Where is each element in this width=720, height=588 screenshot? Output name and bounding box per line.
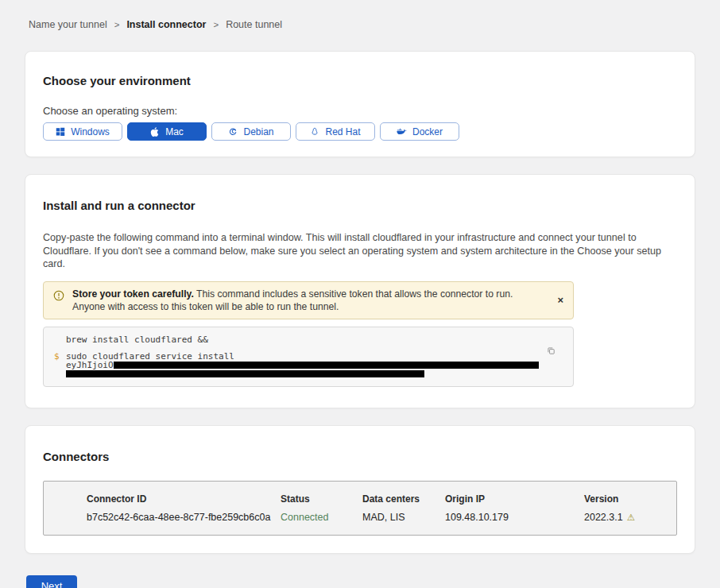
breadcrumb-separator: >: [213, 20, 219, 29]
connectors-table: Connector ID Status Data centers Origin …: [43, 481, 677, 536]
os-button-label: Mac: [165, 126, 184, 137]
close-icon[interactable]: ×: [557, 295, 563, 305]
connectors-table-grid: Connector ID Status Data centers Origin …: [87, 493, 660, 523]
breadcrumb-install-connector[interactable]: Install connector: [126, 19, 206, 30]
install-card-title: Install and run a connector: [43, 199, 677, 212]
cell-version: 2022.3.1⚠: [584, 512, 660, 523]
environment-card-title: Choose your environment: [43, 74, 677, 87]
command-line-2: $ sudo cloudflared service install: [54, 352, 541, 361]
cell-data-centers: MAD, LIS: [362, 512, 445, 523]
os-button-label: Docker: [412, 126, 443, 137]
version-value: 2022.3.1: [584, 512, 623, 523]
column-header-data-centers: Data centers: [362, 493, 445, 505]
os-button-redhat[interactable]: Red Hat: [296, 122, 375, 141]
connectors-card-title: Connectors: [43, 450, 677, 463]
cell-connector-id: b7c52c42-6caa-48ee-8c77-fbe259cb6c0a: [87, 512, 281, 523]
warning-message: Store your token carefully. This command…: [72, 288, 546, 313]
page-content: Choose your environment Choose an operat…: [0, 51, 720, 588]
warning-triangle-icon: ⚠: [627, 513, 635, 522]
windows-icon: [56, 127, 65, 137]
os-button-label: Red Hat: [325, 126, 360, 137]
command-text: brew install cloudflared &&: [66, 335, 208, 344]
os-select-label: Choose an operating system:: [43, 105, 677, 117]
warning-title: Store your token carefully.: [72, 288, 194, 300]
command-token-line: eyJhIjoiO: [54, 361, 541, 369]
install-connector-card: Install and run a connector Copy-paste t…: [25, 174, 695, 408]
shell-prompt: $: [54, 352, 66, 361]
column-header-origin-ip: Origin IP: [445, 493, 584, 505]
column-header-version: Version: [584, 493, 660, 505]
breadcrumb: Name your tunnel > Install connector > R…: [0, 0, 720, 30]
column-header-connector-id: Connector ID: [87, 493, 281, 505]
command-line-1: brew install cloudflared &&: [54, 335, 541, 344]
os-button-group: Windows Mac Debian: [43, 122, 677, 141]
connectors-card: Connectors Connector ID Status Data cent…: [25, 425, 695, 554]
command-token-line-2: [54, 369, 541, 378]
environment-card: Choose your environment Choose an operat…: [25, 51, 695, 157]
os-button-label: Windows: [71, 126, 110, 137]
breadcrumb-separator: >: [114, 20, 120, 29]
redhat-icon: [310, 127, 319, 137]
breadcrumb-name-your-tunnel[interactable]: Name your tunnel: [29, 19, 107, 30]
token-prefix: eyJhIjoiO: [66, 361, 114, 369]
os-button-label: Debian: [243, 126, 273, 137]
apple-icon: [150, 127, 160, 137]
os-button-windows[interactable]: Windows: [43, 122, 122, 141]
os-button-mac[interactable]: Mac: [127, 122, 207, 141]
debian-icon: [228, 127, 238, 137]
column-header-status: Status: [281, 493, 362, 505]
cell-origin-ip: 109.48.10.179: [445, 512, 584, 523]
redacted-token-bar: [114, 362, 539, 369]
os-button-debian[interactable]: Debian: [211, 122, 291, 141]
redacted-token-bar: [66, 370, 424, 377]
os-button-docker[interactable]: Docker: [380, 122, 459, 141]
alert-circle-icon: [53, 290, 64, 301]
cell-status: Connected: [281, 512, 362, 523]
token-warning-banner: Store your token carefully. This command…: [43, 281, 574, 319]
breadcrumb-route-tunnel[interactable]: Route tunnel: [226, 19, 282, 30]
command-code-block: brew install cloudflared && $ sudo cloud…: [43, 327, 574, 387]
copy-icon[interactable]: [547, 346, 555, 355]
next-button[interactable]: Next: [26, 575, 77, 588]
install-card-description: Copy-paste the following command into a …: [43, 231, 677, 271]
command-text: sudo cloudflared service install: [66, 352, 234, 361]
docker-icon: [397, 127, 407, 136]
